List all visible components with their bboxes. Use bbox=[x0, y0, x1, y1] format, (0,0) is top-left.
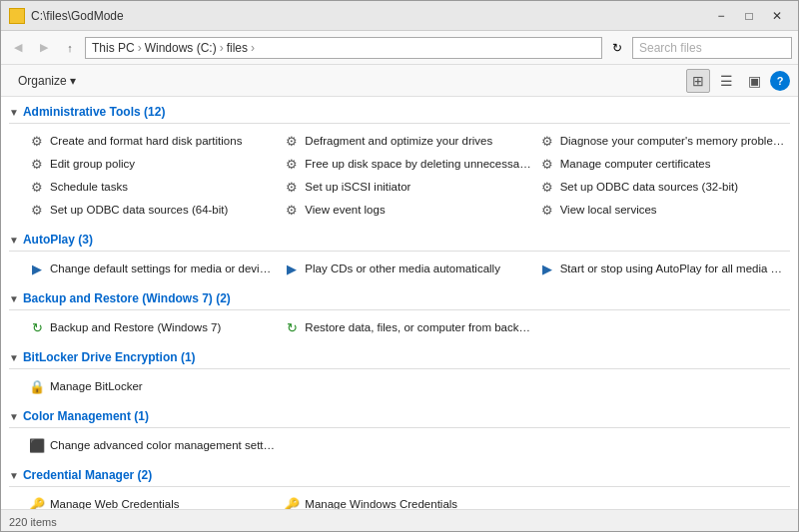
search-box[interactable]: Search files bbox=[632, 37, 792, 59]
item-label: Start or stop using AutoPlay for all med… bbox=[560, 263, 786, 274]
item-label: Defragment and optimize your drives bbox=[305, 135, 492, 147]
category-divider bbox=[9, 251, 790, 252]
category-group-admin-tools: ▼Administrative Tools (12)⚙Create and fo… bbox=[1, 101, 798, 227]
toolbar-right: ⊞ ☰ ▣ ? bbox=[686, 69, 790, 93]
item-icon: ⚙ bbox=[539, 156, 555, 172]
grid-item[interactable]: ⚙Manage computer certificates bbox=[535, 153, 790, 175]
title-text: C:\files\GodMode bbox=[31, 9, 124, 23]
category-divider bbox=[9, 427, 790, 428]
item-label: Play CDs or other media automatically bbox=[305, 263, 500, 274]
item-icon: ⚙ bbox=[29, 202, 45, 218]
category-chevron: ▼ bbox=[9, 470, 19, 481]
category-header-admin-tools[interactable]: ▼Administrative Tools (12) bbox=[1, 101, 798, 123]
content-pane[interactable]: ▼Administrative Tools (12)⚙Create and fo… bbox=[1, 97, 798, 509]
category-chevron: ▼ bbox=[9, 352, 19, 363]
grid-item[interactable]: 🔑Manage Web Credentials bbox=[25, 493, 280, 509]
category-name: BitLocker Drive Encryption (1) bbox=[23, 350, 196, 364]
item-label: Manage Web Credentials bbox=[50, 498, 180, 509]
item-icon: 🔒 bbox=[29, 378, 45, 394]
category-divider bbox=[9, 309, 790, 310]
item-label: Set up ODBC data sources (32-bit) bbox=[560, 181, 738, 193]
grid-item[interactable]: ⚙Set up ODBC data sources (32-bit) bbox=[535, 176, 790, 198]
category-header-backup-restore[interactable]: ▼Backup and Restore (Windows 7) (2) bbox=[1, 287, 798, 309]
toolbar: Organize ▾ ⊞ ☰ ▣ ? bbox=[1, 65, 798, 97]
item-icon: ⚙ bbox=[29, 179, 45, 195]
grid-item[interactable]: ⚙Set up ODBC data sources (64-bit) bbox=[25, 199, 280, 221]
items-grid-bitlocker: 🔒Manage BitLocker bbox=[1, 373, 798, 403]
path-files: files bbox=[227, 41, 248, 55]
item-icon: ▶ bbox=[29, 261, 45, 276]
item-label: Set up ODBC data sources (64-bit) bbox=[50, 204, 228, 216]
item-icon: 🔑 bbox=[29, 496, 45, 509]
grid-item[interactable]: ⚙Schedule tasks bbox=[25, 176, 280, 198]
category-header-autoplay[interactable]: ▼AutoPlay (3) bbox=[1, 229, 798, 251]
category-header-bitlocker[interactable]: ▼BitLocker Drive Encryption (1) bbox=[1, 346, 798, 368]
address-path[interactable]: This PC › Windows (C:) › files › bbox=[85, 37, 602, 59]
grid-item[interactable]: ⚙Free up disk space by deleting unnecess… bbox=[280, 153, 534, 175]
back-button[interactable]: ◀ bbox=[7, 37, 29, 59]
category-group-bitlocker: ▼BitLocker Drive Encryption (1)🔒Manage B… bbox=[1, 346, 798, 403]
view-detail-button[interactable]: ☰ bbox=[714, 69, 738, 93]
minimize-button[interactable]: − bbox=[708, 5, 734, 27]
item-icon: ⚙ bbox=[539, 179, 555, 195]
grid-item[interactable]: ⬛Change advanced color management settin… bbox=[25, 434, 280, 456]
category-header-credential-mgr[interactable]: ▼Credential Manager (2) bbox=[1, 464, 798, 486]
item-label: Change default settings for media or dev… bbox=[50, 263, 276, 274]
category-header-color-mgmt[interactable]: ▼Color Management (1) bbox=[1, 405, 798, 427]
item-label: Diagnose your computer's memory problems bbox=[560, 135, 786, 147]
item-icon: ⚙ bbox=[284, 133, 300, 149]
items-grid-color-mgmt: ⬛Change advanced color management settin… bbox=[1, 432, 798, 462]
item-label: Backup and Restore (Windows 7) bbox=[50, 321, 221, 333]
item-label: Create and format hard disk partitions bbox=[50, 135, 242, 147]
grid-item[interactable]: 🔑Manage Windows Credentials bbox=[280, 493, 534, 509]
title-icon bbox=[9, 8, 25, 24]
grid-item[interactable]: ⚙Set up iSCSI initiator bbox=[280, 176, 534, 198]
organize-label: Organize bbox=[18, 74, 67, 88]
grid-item[interactable]: ▶Change default settings for media or de… bbox=[25, 258, 280, 279]
grid-item[interactable]: ⚙Defragment and optimize your drives bbox=[280, 130, 534, 152]
grid-item[interactable]: ⚙Diagnose your computer's memory problem… bbox=[535, 130, 790, 152]
grid-item[interactable]: ▶Start or stop using AutoPlay for all me… bbox=[535, 258, 790, 279]
grid-item[interactable]: ↻Backup and Restore (Windows 7) bbox=[25, 316, 280, 338]
forward-button[interactable]: ▶ bbox=[33, 37, 55, 59]
item-label: Change advanced color management setting… bbox=[50, 439, 276, 451]
grid-item[interactable]: ▶Play CDs or other media automatically bbox=[280, 258, 534, 279]
grid-item[interactable]: ⚙View local services bbox=[535, 199, 790, 221]
item-label: View event logs bbox=[305, 204, 385, 216]
path-this-pc: This PC bbox=[92, 41, 135, 55]
item-label: View local services bbox=[560, 204, 657, 216]
view-grid-button[interactable]: ⊞ bbox=[686, 69, 710, 93]
title-bar: C:\files\GodMode − □ ✕ bbox=[1, 1, 798, 31]
grid-item[interactable]: 🔒Manage BitLocker bbox=[25, 375, 280, 397]
item-label: Manage Windows Credentials bbox=[305, 498, 457, 509]
help-button[interactable]: ? bbox=[770, 71, 790, 91]
up-button[interactable]: ↑ bbox=[59, 37, 81, 59]
item-label: Manage BitLocker bbox=[50, 380, 143, 392]
item-label: Edit group policy bbox=[50, 158, 135, 170]
grid-item[interactable]: ⚙Edit group policy bbox=[25, 153, 280, 175]
item-icon: ⚙ bbox=[29, 156, 45, 172]
close-button[interactable]: ✕ bbox=[764, 5, 790, 27]
item-icon: ⬛ bbox=[29, 437, 45, 453]
title-controls: − □ ✕ bbox=[708, 5, 790, 27]
category-name: AutoPlay (3) bbox=[23, 233, 93, 247]
refresh-button[interactable]: ↻ bbox=[606, 37, 628, 59]
organize-button[interactable]: Organize ▾ bbox=[9, 69, 85, 93]
category-chevron: ▼ bbox=[9, 411, 19, 422]
category-name: Credential Manager (2) bbox=[23, 468, 152, 482]
category-name: Backup and Restore (Windows 7) (2) bbox=[23, 291, 231, 305]
item-icon: ↻ bbox=[29, 319, 45, 335]
item-icon: ⚙ bbox=[539, 133, 555, 149]
maximize-button[interactable]: □ bbox=[736, 5, 762, 27]
path-windows: Windows (C:) bbox=[145, 41, 217, 55]
item-icon: ⚙ bbox=[539, 202, 555, 218]
item-icon: 🔑 bbox=[284, 496, 300, 509]
view-preview-button[interactable]: ▣ bbox=[742, 69, 766, 93]
search-placeholder: Search files bbox=[639, 41, 702, 55]
grid-item[interactable]: ⚙Create and format hard disk partitions bbox=[25, 130, 280, 152]
grid-item[interactable]: ⚙View event logs bbox=[280, 199, 534, 221]
category-chevron: ▼ bbox=[9, 107, 19, 118]
grid-item[interactable]: ↻Restore data, files, or computer from b… bbox=[280, 316, 534, 338]
category-group-backup-restore: ▼Backup and Restore (Windows 7) (2)↻Back… bbox=[1, 287, 798, 344]
category-divider bbox=[9, 368, 790, 369]
